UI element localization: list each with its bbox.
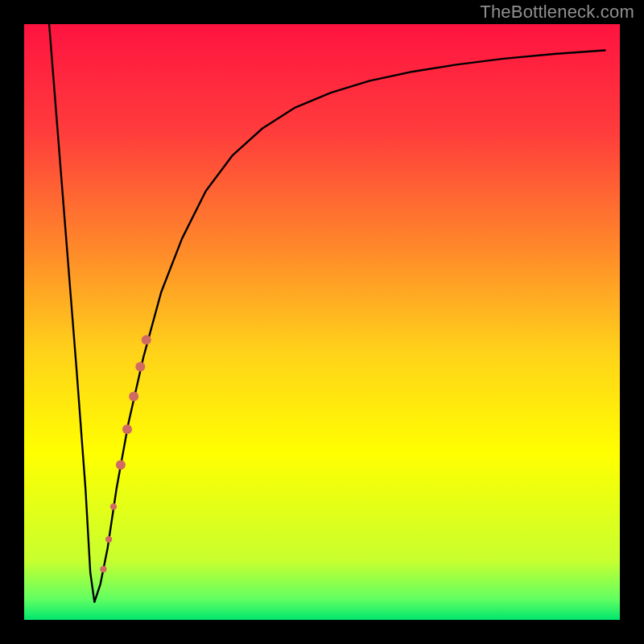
- attribution-text: TheBottleneck.com: [480, 2, 634, 23]
- highlight-point: [105, 536, 112, 543]
- highlight-point: [100, 566, 106, 572]
- highlight-point: [122, 424, 132, 434]
- highlight-point: [129, 392, 138, 402]
- highlight-point: [116, 460, 126, 470]
- chart-frame: TheBottleneck.com: [0, 0, 644, 644]
- highlight-point: [110, 503, 117, 510]
- plot-background: [24, 24, 620, 620]
- highlight-point: [135, 362, 145, 372]
- bottleneck-chart: [0, 0, 644, 644]
- highlight-point: [142, 335, 151, 345]
